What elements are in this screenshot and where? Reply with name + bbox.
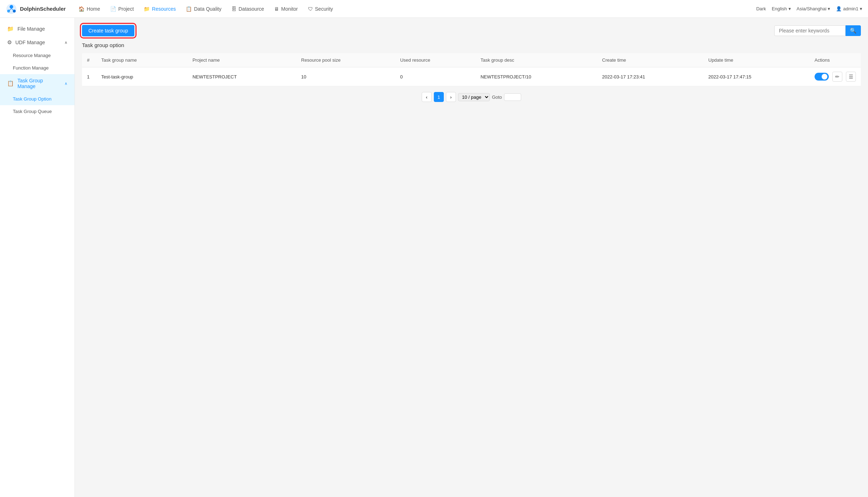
nav-items: 🏠 Home 📄 Project 📁 Resources 📋 Data Qual… — [74, 4, 756, 14]
nav-data-quality[interactable]: 📋 Data Quality — [181, 4, 226, 14]
sidebar-item-file-manage[interactable]: 📁 File Manage — [0, 22, 75, 36]
nav-home[interactable]: 🏠 Home — [74, 4, 104, 14]
udf-chevron-icon: ∧ — [65, 40, 67, 45]
edit-icon: ✏ — [835, 74, 839, 80]
cell-num: 1 — [82, 67, 96, 86]
cell-task-group-name: Test-task-group — [96, 67, 188, 86]
task-group-manage-icon: 📋 — [7, 80, 14, 87]
toolbar: Create task group 🔍 — [82, 25, 861, 36]
user-menu[interactable]: 👤 admin1 ▾ — [836, 6, 862, 11]
cell-update-time: 2022-03-17 17:47:15 — [703, 67, 810, 86]
page-1-button[interactable]: 1 — [434, 92, 444, 102]
col-header-task-group-desc: Task group desc — [476, 53, 597, 67]
col-header-project-name: Project name — [188, 53, 296, 67]
nav-project[interactable]: 📄 Project — [106, 4, 138, 14]
create-task-group-button[interactable]: Create task group — [82, 25, 134, 36]
nav-monitor[interactable]: 🖥 Monitor — [270, 4, 302, 14]
table-header-row: # Task group name Project name Resource … — [82, 53, 861, 67]
task-group-table: # Task group name Project name Resource … — [82, 53, 861, 86]
udf-manage-icon: ⚙ — [7, 39, 12, 46]
nav-datasource[interactable]: 🗄 Datasource — [227, 4, 268, 14]
sidebar-item-function-manage[interactable]: Function Manage — [0, 62, 75, 74]
toggle-status-button[interactable] — [815, 73, 829, 81]
table-row: 1 Test-task-group NEWTESTPROJECT 10 0 NE… — [82, 67, 861, 86]
security-icon: 🛡 — [308, 6, 313, 12]
col-header-actions: Actions — [810, 53, 861, 67]
goto-label: Goto — [492, 94, 502, 100]
chevron-down-icon-user: ▾ — [860, 6, 862, 11]
next-page-button[interactable]: › — [446, 92, 456, 102]
more-options-button[interactable]: ☰ — [846, 72, 856, 82]
top-nav: DolphinScheduler 🏠 Home 📄 Project 📁 Reso… — [0, 0, 868, 18]
resources-icon: 📁 — [144, 6, 150, 12]
chevron-down-icon: ▾ — [789, 6, 791, 11]
nav-security[interactable]: 🛡 Security — [304, 4, 338, 14]
sidebar: 📁 File Manage ⚙ UDF Manage ∧ Resource Ma… — [0, 18, 75, 497]
col-header-task-group-name: Task group name — [96, 53, 188, 67]
file-manage-icon: 📁 — [7, 26, 14, 32]
language-selector[interactable]: English ▾ — [772, 6, 791, 11]
main-content: Create task group 🔍 Task group option # … — [75, 18, 868, 497]
theme-toggle[interactable]: Dark — [756, 6, 766, 11]
app-name: DolphinScheduler — [20, 6, 66, 12]
cell-task-group-desc: NEWTESTPROJECT/10 — [476, 67, 597, 86]
col-header-create-time: Create time — [597, 53, 703, 67]
cell-actions: ✏ ☰ — [810, 67, 861, 86]
cell-used-resource: 0 — [395, 67, 475, 86]
user-icon: 👤 — [836, 6, 842, 11]
project-icon: 📄 — [110, 6, 116, 12]
timezone-selector[interactable]: Asia/Shanghai ▾ — [797, 6, 831, 11]
logo: DolphinScheduler — [6, 3, 66, 15]
section-title: Task group option — [82, 42, 861, 48]
monitor-icon: 🖥 — [274, 6, 279, 12]
goto-input[interactable] — [504, 93, 521, 101]
page-size-select[interactable]: 10 / page 20 / page 50 / page — [458, 93, 490, 101]
col-header-resource-pool-size: Resource pool size — [296, 53, 395, 67]
sidebar-item-resource-manage[interactable]: Resource Manage — [0, 49, 75, 62]
col-header-used-resource: Used resource — [395, 53, 475, 67]
home-icon: 🏠 — [78, 6, 84, 12]
search-box: 🔍 — [774, 25, 861, 36]
search-button[interactable]: 🔍 — [846, 25, 861, 36]
edit-button[interactable]: ✏ — [832, 72, 842, 82]
chevron-down-icon-tz: ▾ — [828, 6, 830, 11]
sidebar-item-udf-manage[interactable]: ⚙ UDF Manage ∧ — [0, 36, 75, 49]
sidebar-item-task-group-queue[interactable]: Task Group Queue — [0, 105, 75, 118]
sidebar-item-task-group-manage[interactable]: 📋 Task Group Manage ∧ — [0, 74, 75, 93]
task-group-chevron-icon: ∧ — [65, 81, 67, 86]
col-header-update-time: Update time — [703, 53, 810, 67]
search-input[interactable] — [774, 25, 846, 36]
cell-create-time: 2022-03-17 17:23:41 — [597, 67, 703, 86]
more-icon: ☰ — [849, 74, 853, 80]
pagination: ‹ 1 › 10 / page 20 / page 50 / page Goto — [82, 92, 861, 102]
sidebar-item-task-group-option[interactable]: Task Group Option — [0, 93, 75, 105]
cell-project-name: NEWTESTPROJECT — [188, 67, 296, 86]
logo-icon — [6, 3, 17, 15]
cell-resource-pool-size: 10 — [296, 67, 395, 86]
col-header-num: # — [82, 53, 96, 67]
layout: 📁 File Manage ⚙ UDF Manage ∧ Resource Ma… — [0, 18, 868, 497]
nav-right: Dark English ▾ Asia/Shanghai ▾ 👤 admin1 … — [756, 6, 862, 11]
action-buttons: ✏ ☰ — [815, 72, 856, 82]
data-quality-icon: 📋 — [186, 6, 192, 12]
datasource-icon: 🗄 — [231, 6, 236, 12]
svg-point-1 — [10, 5, 13, 9]
nav-resources[interactable]: 📁 Resources — [139, 4, 180, 14]
prev-page-button[interactable]: ‹ — [422, 92, 432, 102]
